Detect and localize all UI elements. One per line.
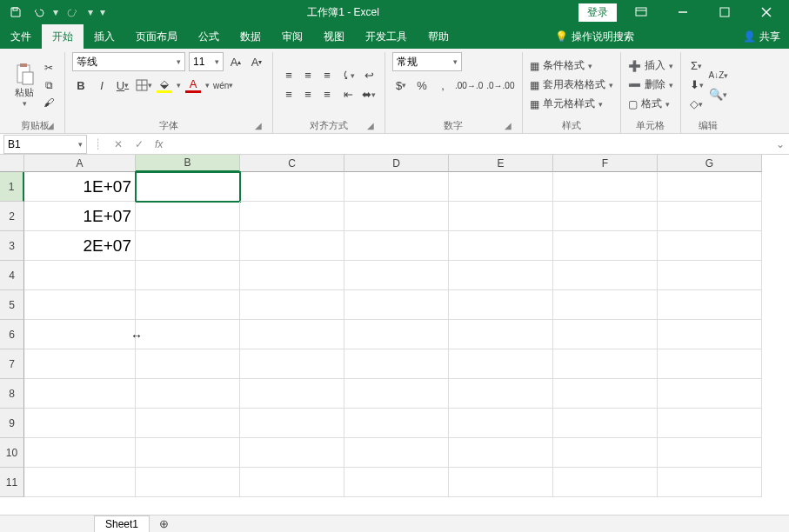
sheet-tab[interactable]: Sheet1 [94,515,150,532]
borders-button[interactable]: ▾ [135,76,152,94]
wrap-text-icon[interactable]: ↩ [360,67,378,84]
cell[interactable] [24,290,136,320]
cell[interactable] [240,290,344,320]
cell[interactable] [136,468,240,497]
minimize-icon[interactable] [665,0,700,24]
cell[interactable] [136,379,240,409]
align-center-icon[interactable]: ≡ [299,86,317,103]
cell[interactable] [344,231,449,261]
cell[interactable] [449,349,553,379]
cell[interactable] [240,468,344,497]
cell[interactable] [449,320,553,349]
orientation-icon[interactable]: ⤹▾ [339,67,357,84]
row-header[interactable]: 1 [0,172,24,202]
menu-tab-1[interactable]: 开始 [42,24,84,49]
find-select-icon[interactable]: 🔍▾ [709,86,729,103]
cell[interactable] [136,231,240,261]
cell[interactable] [553,409,658,438]
align-bottom-icon[interactable]: ≡ [318,67,336,84]
cell-styles-button[interactable]: ▦单元格样式▾ [530,96,613,113]
menu-tab-7[interactable]: 视图 [313,24,355,49]
cell[interactable] [240,202,344,231]
fill-icon[interactable]: ⬇▾ [688,76,705,94]
decrease-decimal-icon[interactable]: .0→.00 [486,76,514,94]
cell[interactable] [24,409,136,438]
share-button[interactable]: 👤 共享 [743,30,789,44]
cell[interactable] [344,290,449,320]
cell[interactable] [553,438,658,468]
cell[interactable] [136,202,240,231]
cell[interactable] [658,379,762,409]
delete-cells-button[interactable]: ➖删除▾ [628,76,673,94]
column-header[interactable]: G [658,155,762,172]
column-header[interactable]: E [449,155,553,172]
column-header[interactable]: A [24,155,136,172]
align-right-icon[interactable]: ≡ [318,86,336,103]
paste-button[interactable]: 粘贴 ▾ [12,62,37,108]
row-header[interactable]: 9 [0,409,24,438]
cell[interactable] [136,409,240,438]
font-size-select[interactable]: 11▾ [189,52,224,71]
cell[interactable] [344,349,449,379]
align-left-icon[interactable]: ≡ [280,86,298,103]
enter-formula-icon[interactable]: ✓ [129,138,150,150]
cell[interactable] [240,379,344,409]
cell[interactable] [240,349,344,379]
comma-format-icon[interactable]: , [434,76,451,94]
menu-tab-4[interactable]: 公式 [188,24,230,49]
cell[interactable] [553,290,658,320]
undo-icon[interactable] [28,3,49,22]
cell[interactable] [344,320,449,349]
cell[interactable]: 1E+07 [24,172,136,202]
cell[interactable]: 1E+07 [24,202,136,231]
cell[interactable] [136,172,240,202]
cell[interactable] [658,409,762,438]
cell[interactable] [344,261,449,290]
cell[interactable] [344,172,449,202]
cell[interactable] [658,231,762,261]
number-format-select[interactable]: 常规▾ [392,52,462,71]
format-painter-icon[interactable]: 🖌 [40,95,57,110]
name-box[interactable]: B1▾ [3,135,87,154]
cell[interactable] [449,172,553,202]
bold-button[interactable]: B [72,76,90,94]
clear-icon[interactable]: ◇▾ [688,96,705,113]
cell[interactable] [136,261,240,290]
row-header[interactable]: 6 [0,320,24,349]
cell[interactable] [553,172,658,202]
formula-input[interactable] [168,135,772,154]
cell[interactable] [553,320,658,349]
column-header[interactable]: F [553,155,658,172]
redo-icon[interactable] [63,3,84,22]
menu-tab-8[interactable]: 开发工具 [355,24,418,49]
cell[interactable] [344,379,449,409]
copy-icon[interactable]: ⧉ [40,77,57,93]
row-header[interactable]: 3 [0,231,24,261]
cell[interactable] [136,290,240,320]
redo-dropdown-icon[interactable]: ▾ [85,6,96,18]
cell[interactable] [240,261,344,290]
new-sheet-icon[interactable]: ⊕ [155,515,172,533]
menu-tab-6[interactable]: 审阅 [271,24,313,49]
ribbon-display-icon[interactable] [624,0,659,24]
cell[interactable] [240,438,344,468]
menu-tab-5[interactable]: 数据 [230,24,271,49]
qat-customize-icon[interactable]: ▾ [97,6,108,18]
cell[interactable] [240,320,344,349]
save-icon[interactable] [5,3,26,22]
cell[interactable] [658,290,762,320]
login-button[interactable]: 登录 [578,3,617,22]
clipboard-launcher-icon[interactable]: ◢ [47,121,57,131]
underline-button[interactable]: U▾ [114,76,131,94]
cell[interactable]: 2E+07 [24,231,136,261]
column-header[interactable]: B [136,155,240,172]
cancel-formula-icon[interactable]: ✕ [108,138,129,150]
menu-tab-9[interactable]: 帮助 [418,24,459,49]
cell[interactable] [658,320,762,349]
menu-tab-3[interactable]: 页面布局 [125,24,188,49]
cell[interactable] [553,231,658,261]
font-color-button[interactable]: A [184,76,202,94]
cell[interactable] [24,261,136,290]
cut-icon[interactable]: ✂ [40,60,57,76]
cell[interactable] [344,409,449,438]
